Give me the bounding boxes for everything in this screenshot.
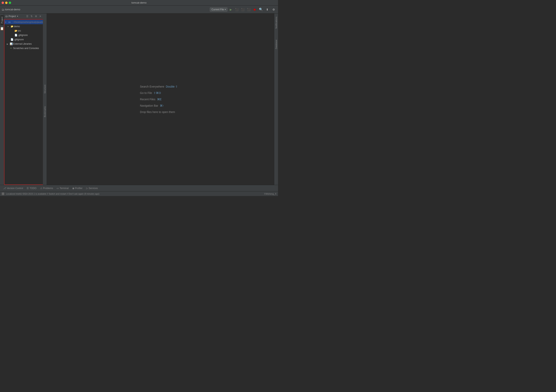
structure-bookmarks-panel: Structure Bookmarks <box>43 14 47 185</box>
item-label: .gitignore <box>14 38 24 41</box>
item-label: src <box>18 29 21 32</box>
problems-icon: ⚠ <box>40 187 42 190</box>
hint-label: Drop files here to open them <box>140 110 175 114</box>
bottom-toolbar: ⎇ Version Control ☰ TODO ⚠ Problems ▭ Te… <box>0 185 278 191</box>
tab-profiler[interactable]: ◉ Profiler <box>71 186 84 190</box>
sort-button[interactable]: ⇅ <box>30 14 34 18</box>
folder-icon: 📁 <box>10 25 14 28</box>
profiler-icon: ◉ <box>72 187 74 190</box>
tab-problems[interactable]: ⚠ Problems <box>39 186 55 190</box>
git-icon: 📄 <box>14 34 17 37</box>
window-title: tomcat-demo <box>131 1 147 4</box>
traffic-lights <box>2 2 11 4</box>
status-bar: ☐ Localized IntelliJ IDEA 2023.1 is avai… <box>0 191 278 196</box>
hint-label: Search Everywhere <box>140 85 164 88</box>
project-name: tomcat-demo <box>5 8 20 11</box>
close-button[interactable] <box>2 2 4 4</box>
main-toolbar: 🗂 tomcat-demo Current File ▾ ▶ ⬛ ⬛ ⬛ ⏹ 🔍… <box>0 6 278 14</box>
item-label: .gitignore <box>18 34 28 37</box>
project-panel-header: 🗂 Project ▾ ☰ ⇅ ⚙ ✕ <box>4 14 44 19</box>
root-path: ~/Desktop/wsheng/study/java/tomcat-demo <box>13 21 44 23</box>
tab-services[interactable]: ▷ Services <box>85 186 100 190</box>
more-run-button[interactable]: ⬛ <box>246 7 251 12</box>
tab-notifications[interactable]: Notifications <box>275 15 278 30</box>
hint-navigation-bar: Navigation Bar ⌘↑ <box>140 104 178 107</box>
left-side-tabs: Project 📋 <box>0 14 4 185</box>
status-icon[interactable]: ☐ <box>2 192 4 195</box>
collapse-all-button[interactable]: ☰ <box>25 14 29 18</box>
project-label[interactable]: 🗂 tomcat-demo <box>2 8 20 11</box>
minimize-button[interactable] <box>5 2 8 4</box>
editor-area: Search Everywhere Double ⇧ Go to File ⇧⌘… <box>44 14 274 185</box>
project-icon: 🗂 <box>2 8 4 11</box>
maximize-button[interactable] <box>9 2 11 4</box>
hint-shortcut: ⌘↑ <box>160 104 164 107</box>
vcs-icon: ⎇ <box>3 187 6 190</box>
vcs-button[interactable]: ⬆ <box>264 7 270 12</box>
arrow-icon: ▶ <box>7 43 9 45</box>
search-everywhere-button[interactable]: 🔍 <box>258 7 264 12</box>
sidebar-item-files[interactable]: 📋 <box>0 26 4 31</box>
project-tree: ▾ 🗂 tomcat-demo ~/Desktop/wsheng/study/j… <box>4 19 44 185</box>
tab-label: TODO <box>30 187 36 190</box>
arrow-icon: ▾ <box>5 21 8 23</box>
hint-shortcut: Double ⇧ <box>166 85 178 88</box>
tab-label: Terminal <box>60 187 69 190</box>
git-icon: 📄 <box>10 38 14 41</box>
tab-label: Problems <box>43 187 53 190</box>
folder-icon: 🗂 <box>5 15 8 18</box>
tab-version-control[interactable]: ⎇ Version Control <box>2 186 25 190</box>
tab-bookmarks[interactable]: Bookmarks <box>43 105 46 119</box>
tab-label: Profiler <box>75 187 83 190</box>
tab-label: Version Control <box>7 187 23 190</box>
run-button[interactable]: ▶ <box>228 7 233 12</box>
services-icon: ▷ <box>86 187 88 190</box>
tree-item-scratches[interactable]: ✏ Scratches and Consoles <box>4 46 43 50</box>
item-label: Scratches and Consoles <box>13 47 39 50</box>
tab-database[interactable]: Database <box>275 38 278 51</box>
tab-label: Services <box>89 187 98 190</box>
right-side-tabs: Notifications Database <box>274 14 278 185</box>
project-panel-title: Project <box>8 15 16 18</box>
close-panel-button[interactable]: ✕ <box>38 14 42 18</box>
tree-item-external-libs[interactable]: ▶ 📊 External Libraries <box>4 42 43 46</box>
hint-label: Go to File <box>140 91 152 94</box>
app-window: tomcat-demo 🗂 tomcat-demo Current File ▾… <box>0 0 278 196</box>
hint-search-everywhere: Search Everywhere Double ⇧ <box>140 85 178 88</box>
chevron-down-icon: ▾ <box>17 15 18 17</box>
debug-button[interactable]: ⬛ <box>234 7 239 12</box>
run-controls: Current File ▾ ▶ ⬛ ⬛ ⬛ ⏹ <box>210 7 257 12</box>
item-label: External Libraries <box>13 43 31 45</box>
tab-todo[interactable]: ☰ TODO <box>25 186 38 190</box>
middle-section: Project 📋 🗂 Project ▾ ☰ ⇅ ⚙ ✕ ▾ 🗂 <box>0 14 278 185</box>
arrow-icon: ▾ <box>8 25 10 28</box>
src-folder-icon: 📂 <box>14 29 17 32</box>
tree-item-gitignore-root[interactable]: 📄 .gitignore <box>4 37 43 42</box>
ext-lib-icon: 📊 <box>9 42 13 46</box>
tree-item-src[interactable]: 📂 src <box>4 29 43 33</box>
tree-item-root[interactable]: ▾ 🗂 tomcat-demo ~/Desktop/wsheng/study/j… <box>4 20 43 24</box>
tree-item-demo[interactable]: ▾ 📁 demo <box>4 24 43 29</box>
project-panel: 🗂 Project ▾ ☰ ⇅ ⚙ ✕ ▾ 🗂 tomcat-demo ~/De… <box>4 14 44 185</box>
hint-shortcut: ⇧⌘O <box>154 91 161 94</box>
settings-panel-button[interactable]: ⚙ <box>34 14 38 18</box>
tab-structure[interactable]: Structure <box>43 83 46 95</box>
tree-item-gitignore-demo[interactable]: 📄 .gitignore <box>4 33 43 37</box>
project-panel-tools: ☰ ⇅ ⚙ ✕ <box>25 14 42 18</box>
scratches-icon: ✏ <box>9 47 13 50</box>
hint-label: Navigation Bar <box>140 104 158 107</box>
settings-button[interactable]: ⚙ <box>271 7 276 12</box>
item-label: demo <box>14 25 20 28</box>
stop-button[interactable]: ⏹ <box>252 7 257 12</box>
coverage-button[interactable]: ⬛ <box>240 7 246 12</box>
sidebar-item-project[interactable]: Project <box>0 15 4 25</box>
title-bar: tomcat-demo <box>0 0 278 6</box>
todo-icon: ☰ <box>27 187 29 190</box>
chevron-down-icon: ▾ <box>225 8 226 10</box>
current-file-button[interactable]: Current File ▾ <box>210 7 228 12</box>
hint-label: Recent Files <box>140 98 155 101</box>
project-folder-icon: 🗂 <box>8 20 11 24</box>
terminal-icon: ▭ <box>57 187 59 190</box>
tab-terminal[interactable]: ▭ Terminal <box>55 186 70 190</box>
hint-goto-file: Go to File ⇧⌘O <box>140 91 178 94</box>
